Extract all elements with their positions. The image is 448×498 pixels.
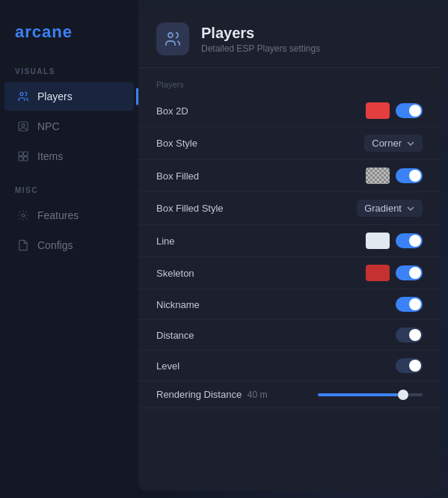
line-controls [366, 233, 423, 249]
panel-header-text: Players Detailed ESP Players settings [201, 25, 320, 54]
box-filled-toggle[interactable] [396, 168, 423, 183]
svg-rect-4 [24, 152, 28, 156]
box-filled-style-value: Gradient [364, 203, 402, 214]
players-label: Players [37, 90, 73, 102]
row-rendering-distance: Rendering Distance 40 m [138, 381, 441, 408]
box-filled-label: Box Filled [156, 170, 199, 182]
svg-point-2 [22, 124, 25, 127]
sidebar-item-configs[interactable]: Configs [4, 231, 134, 259]
rendering-distance-label: Rendering Distance 40 m [156, 389, 268, 400]
row-box2d: Box 2D [138, 95, 441, 127]
sidebar-item-features[interactable]: Features [4, 201, 134, 230]
items-label: Items [37, 150, 63, 162]
line-toggle[interactable] [396, 233, 423, 248]
box-style-dropdown[interactable]: Corner [364, 135, 423, 152]
level-toggle[interactable] [396, 358, 423, 373]
logo: arcane [0, 15, 138, 64]
chevron-down-icon-2 [406, 204, 415, 213]
sidebar-item-npc[interactable]: NPC [4, 112, 134, 141]
app-container: arcane VISUALS Players [0, 0, 448, 498]
row-distance: Distance [138, 320, 441, 351]
configs-icon [16, 239, 30, 252]
svg-point-8 [168, 33, 173, 37]
sidebar-item-players[interactable]: Players [4, 82, 134, 111]
line-color-swatch[interactable] [366, 233, 390, 249]
rendering-distance-slider[interactable] [318, 393, 423, 396]
box-filled-controls [366, 167, 423, 184]
rendering-distance-value: 40 m [248, 390, 268, 400]
row-line: Line [138, 225, 441, 257]
panel-header-icon [156, 22, 189, 55]
rendering-distance-slider-container [318, 393, 423, 396]
skeleton-label: Skeleton [156, 268, 194, 279]
row-box-style: Box Style Corner [138, 127, 441, 160]
box2d-toggle[interactable] [396, 103, 423, 118]
visuals-section-label: VISUALS [0, 64, 138, 82]
box2d-label: Box 2D [156, 105, 188, 117]
npc-label: NPC [37, 120, 60, 132]
box-filled-style-dropdown[interactable]: Gradient [357, 200, 423, 217]
main-panel: Players Detailed ESP Players settings Pl… [138, 7, 441, 491]
box2d-controls [366, 102, 423, 119]
nickname-label: Nickname [156, 299, 200, 310]
box2d-color-swatch[interactable] [366, 102, 390, 119]
nickname-toggle[interactable] [396, 297, 423, 312]
skeleton-toggle[interactable] [396, 265, 423, 280]
distance-label: Distance [156, 330, 194, 341]
misc-section-label: MISC [0, 183, 138, 200]
box-style-label: Box Style [156, 138, 197, 149]
panel-title: Players [201, 25, 320, 42]
panel-header: Players Detailed ESP Players settings [138, 7, 441, 68]
sidebar: arcane VISUALS Players [0, 0, 138, 498]
settings-section-label: Players [138, 68, 441, 95]
panel-subtitle: Detailed ESP Players settings [201, 43, 320, 54]
chevron-down-icon [406, 139, 415, 148]
row-skeleton: Skeleton [138, 257, 441, 289]
items-icon [16, 150, 30, 163]
distance-toggle[interactable] [396, 328, 423, 342]
svg-point-0 [20, 93, 23, 96]
players-icon [16, 90, 30, 103]
skeleton-controls [366, 265, 423, 281]
level-label: Level [156, 360, 179, 372]
row-level: Level [138, 351, 441, 381]
features-icon [16, 209, 30, 222]
nickname-controls [396, 297, 423, 312]
box-filled-style-label: Box Filled Style [156, 203, 224, 214]
npc-icon [16, 120, 30, 133]
level-controls [396, 358, 423, 373]
row-box-filled: Box Filled [138, 160, 441, 192]
svg-point-7 [22, 214, 25, 217]
configs-label: Configs [37, 239, 73, 251]
svg-rect-3 [19, 152, 22, 156]
box-filled-color-swatch[interactable] [366, 167, 390, 184]
box-style-value: Corner [372, 138, 402, 149]
svg-rect-6 [24, 157, 28, 161]
box-style-controls: Corner [364, 135, 423, 152]
features-label: Features [37, 209, 79, 221]
skeleton-color-swatch[interactable] [366, 265, 390, 281]
box-filled-style-controls: Gradient [357, 200, 423, 217]
svg-rect-5 [19, 157, 22, 161]
sidebar-item-items[interactable]: Items [4, 142, 134, 170]
distance-controls [396, 328, 423, 342]
line-label: Line [156, 236, 175, 247]
row-nickname: Nickname [138, 289, 441, 320]
row-box-filled-style: Box Filled Style Gradient [138, 192, 441, 225]
